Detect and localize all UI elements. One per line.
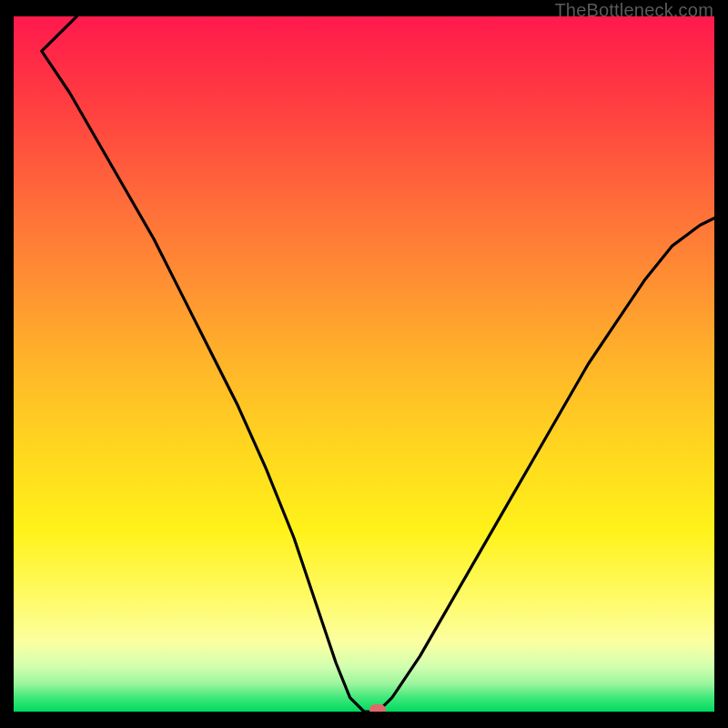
plot-area [14,16,714,712]
current-config-marker [369,704,386,712]
bottleneck-curve [14,16,714,712]
chart-frame: TheBottleneck.com [0,0,728,728]
